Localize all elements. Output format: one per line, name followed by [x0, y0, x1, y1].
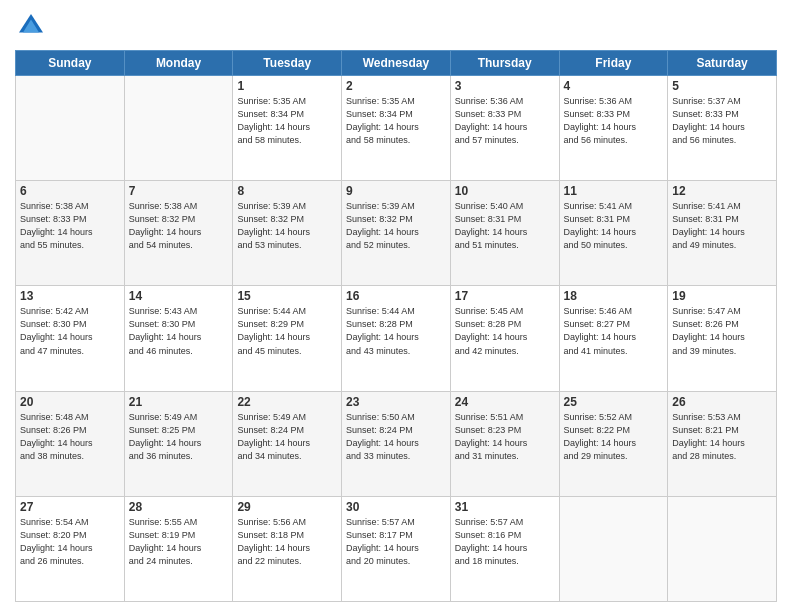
calendar-cell: 18Sunrise: 5:46 AM Sunset: 8:27 PM Dayli…: [559, 286, 668, 391]
day-number: 31: [455, 500, 555, 514]
day-info: Sunrise: 5:42 AM Sunset: 8:30 PM Dayligh…: [20, 306, 93, 355]
calendar-week-row: 13Sunrise: 5:42 AM Sunset: 8:30 PM Dayli…: [16, 286, 777, 391]
logo: [15, 10, 51, 42]
day-number: 23: [346, 395, 446, 409]
day-info: Sunrise: 5:36 AM Sunset: 8:33 PM Dayligh…: [564, 96, 637, 145]
day-header-monday: Monday: [124, 51, 233, 76]
day-number: 22: [237, 395, 337, 409]
day-number: 8: [237, 184, 337, 198]
calendar-cell: 25Sunrise: 5:52 AM Sunset: 8:22 PM Dayli…: [559, 391, 668, 496]
day-info: Sunrise: 5:35 AM Sunset: 8:34 PM Dayligh…: [237, 96, 310, 145]
day-info: Sunrise: 5:55 AM Sunset: 8:19 PM Dayligh…: [129, 517, 202, 566]
day-number: 5: [672, 79, 772, 93]
day-number: 14: [129, 289, 229, 303]
day-info: Sunrise: 5:40 AM Sunset: 8:31 PM Dayligh…: [455, 201, 528, 250]
day-number: 16: [346, 289, 446, 303]
calendar-cell: 14Sunrise: 5:43 AM Sunset: 8:30 PM Dayli…: [124, 286, 233, 391]
calendar-cell: 6Sunrise: 5:38 AM Sunset: 8:33 PM Daylig…: [16, 181, 125, 286]
calendar-cell: 11Sunrise: 5:41 AM Sunset: 8:31 PM Dayli…: [559, 181, 668, 286]
day-info: Sunrise: 5:45 AM Sunset: 8:28 PM Dayligh…: [455, 306, 528, 355]
day-number: 11: [564, 184, 664, 198]
calendar-cell: 31Sunrise: 5:57 AM Sunset: 8:16 PM Dayli…: [450, 496, 559, 601]
day-header-sunday: Sunday: [16, 51, 125, 76]
day-info: Sunrise: 5:48 AM Sunset: 8:26 PM Dayligh…: [20, 412, 93, 461]
calendar-cell: 19Sunrise: 5:47 AM Sunset: 8:26 PM Dayli…: [668, 286, 777, 391]
calendar-table: SundayMondayTuesdayWednesdayThursdayFrid…: [15, 50, 777, 602]
logo-icon: [15, 10, 47, 42]
calendar-cell: 24Sunrise: 5:51 AM Sunset: 8:23 PM Dayli…: [450, 391, 559, 496]
day-info: Sunrise: 5:35 AM Sunset: 8:34 PM Dayligh…: [346, 96, 419, 145]
calendar-cell: 23Sunrise: 5:50 AM Sunset: 8:24 PM Dayli…: [342, 391, 451, 496]
day-info: Sunrise: 5:57 AM Sunset: 8:16 PM Dayligh…: [455, 517, 528, 566]
calendar-cell: 1Sunrise: 5:35 AM Sunset: 8:34 PM Daylig…: [233, 76, 342, 181]
day-info: Sunrise: 5:46 AM Sunset: 8:27 PM Dayligh…: [564, 306, 637, 355]
calendar-cell: 7Sunrise: 5:38 AM Sunset: 8:32 PM Daylig…: [124, 181, 233, 286]
calendar-week-row: 27Sunrise: 5:54 AM Sunset: 8:20 PM Dayli…: [16, 496, 777, 601]
day-number: 17: [455, 289, 555, 303]
calendar-cell: [668, 496, 777, 601]
day-number: 18: [564, 289, 664, 303]
day-info: Sunrise: 5:52 AM Sunset: 8:22 PM Dayligh…: [564, 412, 637, 461]
calendar-cell: 3Sunrise: 5:36 AM Sunset: 8:33 PM Daylig…: [450, 76, 559, 181]
day-number: 21: [129, 395, 229, 409]
day-info: Sunrise: 5:49 AM Sunset: 8:25 PM Dayligh…: [129, 412, 202, 461]
page: SundayMondayTuesdayWednesdayThursdayFrid…: [0, 0, 792, 612]
day-number: 2: [346, 79, 446, 93]
day-number: 9: [346, 184, 446, 198]
day-number: 25: [564, 395, 664, 409]
calendar-cell: 4Sunrise: 5:36 AM Sunset: 8:33 PM Daylig…: [559, 76, 668, 181]
calendar-cell: 15Sunrise: 5:44 AM Sunset: 8:29 PM Dayli…: [233, 286, 342, 391]
day-number: 3: [455, 79, 555, 93]
day-header-thursday: Thursday: [450, 51, 559, 76]
calendar-header-row: SundayMondayTuesdayWednesdayThursdayFrid…: [16, 51, 777, 76]
day-info: Sunrise: 5:41 AM Sunset: 8:31 PM Dayligh…: [564, 201, 637, 250]
calendar-cell: 13Sunrise: 5:42 AM Sunset: 8:30 PM Dayli…: [16, 286, 125, 391]
day-number: 20: [20, 395, 120, 409]
day-number: 4: [564, 79, 664, 93]
day-number: 28: [129, 500, 229, 514]
calendar-cell: 22Sunrise: 5:49 AM Sunset: 8:24 PM Dayli…: [233, 391, 342, 496]
calendar-cell: 9Sunrise: 5:39 AM Sunset: 8:32 PM Daylig…: [342, 181, 451, 286]
calendar-cell: [559, 496, 668, 601]
day-info: Sunrise: 5:37 AM Sunset: 8:33 PM Dayligh…: [672, 96, 745, 145]
calendar-cell: 2Sunrise: 5:35 AM Sunset: 8:34 PM Daylig…: [342, 76, 451, 181]
day-info: Sunrise: 5:44 AM Sunset: 8:28 PM Dayligh…: [346, 306, 419, 355]
day-number: 29: [237, 500, 337, 514]
day-info: Sunrise: 5:56 AM Sunset: 8:18 PM Dayligh…: [237, 517, 310, 566]
calendar-cell: [16, 76, 125, 181]
day-info: Sunrise: 5:49 AM Sunset: 8:24 PM Dayligh…: [237, 412, 310, 461]
calendar-cell: 26Sunrise: 5:53 AM Sunset: 8:21 PM Dayli…: [668, 391, 777, 496]
calendar-cell: 20Sunrise: 5:48 AM Sunset: 8:26 PM Dayli…: [16, 391, 125, 496]
day-header-wednesday: Wednesday: [342, 51, 451, 76]
day-info: Sunrise: 5:36 AM Sunset: 8:33 PM Dayligh…: [455, 96, 528, 145]
day-info: Sunrise: 5:51 AM Sunset: 8:23 PM Dayligh…: [455, 412, 528, 461]
calendar-cell: 8Sunrise: 5:39 AM Sunset: 8:32 PM Daylig…: [233, 181, 342, 286]
day-info: Sunrise: 5:38 AM Sunset: 8:33 PM Dayligh…: [20, 201, 93, 250]
day-info: Sunrise: 5:39 AM Sunset: 8:32 PM Dayligh…: [237, 201, 310, 250]
calendar-cell: 17Sunrise: 5:45 AM Sunset: 8:28 PM Dayli…: [450, 286, 559, 391]
day-number: 7: [129, 184, 229, 198]
day-header-saturday: Saturday: [668, 51, 777, 76]
calendar-cell: 16Sunrise: 5:44 AM Sunset: 8:28 PM Dayli…: [342, 286, 451, 391]
calendar-cell: 5Sunrise: 5:37 AM Sunset: 8:33 PM Daylig…: [668, 76, 777, 181]
day-number: 27: [20, 500, 120, 514]
day-number: 1: [237, 79, 337, 93]
calendar-cell: [124, 76, 233, 181]
day-info: Sunrise: 5:38 AM Sunset: 8:32 PM Dayligh…: [129, 201, 202, 250]
header: [15, 10, 777, 42]
day-number: 13: [20, 289, 120, 303]
calendar-week-row: 20Sunrise: 5:48 AM Sunset: 8:26 PM Dayli…: [16, 391, 777, 496]
day-number: 12: [672, 184, 772, 198]
day-number: 24: [455, 395, 555, 409]
day-info: Sunrise: 5:54 AM Sunset: 8:20 PM Dayligh…: [20, 517, 93, 566]
day-number: 19: [672, 289, 772, 303]
day-info: Sunrise: 5:43 AM Sunset: 8:30 PM Dayligh…: [129, 306, 202, 355]
day-info: Sunrise: 5:50 AM Sunset: 8:24 PM Dayligh…: [346, 412, 419, 461]
calendar-week-row: 6Sunrise: 5:38 AM Sunset: 8:33 PM Daylig…: [16, 181, 777, 286]
calendar-week-row: 1Sunrise: 5:35 AM Sunset: 8:34 PM Daylig…: [16, 76, 777, 181]
calendar-cell: 30Sunrise: 5:57 AM Sunset: 8:17 PM Dayli…: [342, 496, 451, 601]
day-info: Sunrise: 5:53 AM Sunset: 8:21 PM Dayligh…: [672, 412, 745, 461]
day-header-tuesday: Tuesday: [233, 51, 342, 76]
day-number: 10: [455, 184, 555, 198]
calendar-cell: 12Sunrise: 5:41 AM Sunset: 8:31 PM Dayli…: [668, 181, 777, 286]
